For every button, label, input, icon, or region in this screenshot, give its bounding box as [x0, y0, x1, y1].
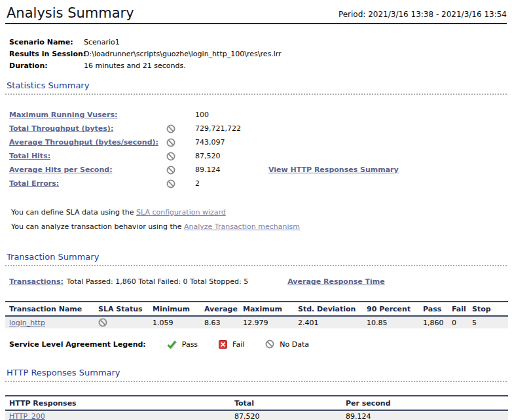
table-row: HTTP_200 87,520 89.124: [5, 410, 508, 420]
col-minimum: Minimum: [149, 302, 200, 316]
avg-throughput-link[interactable]: Average Throughput (bytes/second):: [9, 138, 166, 147]
avg-hits-per-second-value: 89.124: [195, 166, 268, 174]
http-cell-name: HTTP_200: [5, 410, 230, 420]
http-cell-total: 87,520: [230, 410, 342, 420]
results-session-label: Results in Session:: [9, 48, 84, 60]
stat-row-total-hits: Total Hits: 87,520: [9, 149, 512, 163]
total-errors-value: 2: [195, 179, 268, 188]
tx-cell-fail: 0: [448, 316, 468, 328]
no-data-icon: [166, 124, 195, 133]
stat-row-max-vusers: Maximum Running Vusers: 100: [9, 108, 512, 122]
col-total: Total: [230, 396, 342, 410]
legend-no-data-label: No Data: [280, 340, 309, 349]
duration-row: Duration: 16 minutes and 21 seconds.: [9, 60, 512, 72]
analyze-note: You can analyze transaction behavior usi…: [11, 220, 512, 234]
avg-hits-per-second-link[interactable]: Average Hits per Second:: [9, 166, 166, 174]
tx-cell-90-percent: 10.85: [363, 316, 419, 328]
scenario-name-value: Scenario1: [84, 37, 120, 48]
sla-legend-label: Service Level Agreement Legend:: [9, 340, 146, 349]
stat-row-avg-throughput: Average Throughput (bytes/second): 743,0…: [9, 135, 512, 149]
duration-value: 16 minutes and 21 seconds.: [84, 60, 186, 72]
total-throughput-link[interactable]: Total Throughput (bytes):: [9, 124, 166, 133]
no-data-icon: [98, 318, 107, 327]
sla-note-text: You can define SLA data using the: [11, 208, 136, 217]
tx-cell-maximum: 12.979: [239, 316, 294, 328]
legend-fail-label: Fail: [232, 340, 244, 349]
statistics-table: Maximum Running Vusers: 100 Total Throug…: [9, 108, 512, 190]
analyze-note-text: You can analyze transaction behavior usi…: [11, 222, 184, 231]
page-header: Analysis Summary Period: 2021/3/16 13:38…: [5, 0, 507, 24]
scenario-name-label: Scenario Name:: [9, 37, 84, 48]
legend-pass-label: Pass: [182, 340, 198, 349]
max-running-vusers-link[interactable]: Maximum Running Vusers:: [9, 111, 166, 119]
report-period: Period: 2021/3/16 13:38 - 2021/3/16 13:5…: [338, 10, 507, 21]
http-200-link[interactable]: HTTP_200: [9, 412, 45, 420]
duration-label: Duration:: [9, 60, 84, 72]
http-cell-per-second: 89.124: [342, 410, 508, 420]
max-running-vusers-value: 100: [195, 111, 268, 119]
no-data-icon: [166, 152, 195, 161]
http-responses-table: HTTP Responses Total Per second HTTP_200…: [5, 395, 508, 420]
pass-check-icon: [167, 340, 177, 349]
tx-cell-stop: 5: [468, 316, 508, 328]
legend-item-fail: Fail: [219, 340, 244, 349]
scenario-info: Scenario Name: Scenario1 Results in Sess…: [9, 37, 512, 72]
stat-row-total-errors: Total Errors: 2: [9, 177, 512, 190]
total-throughput-value: 729,721,722: [195, 124, 268, 133]
col-sla-status: SLA Status: [94, 302, 149, 316]
results-session-row: Results in Session: D:\loadrunner\script…: [9, 48, 512, 60]
view-http-responses-summary-link[interactable]: View HTTP Responses Summary: [268, 166, 512, 174]
transaction-table: Transaction Name SLA Status Minimum Aver…: [5, 301, 508, 328]
transactions-totals-line: Transactions: Total Passed: 1,860 Total …: [9, 277, 512, 286]
tx-cell-std-deviation: 2.401: [294, 316, 363, 328]
col-fail: Fail: [448, 302, 468, 316]
col-pass: Pass: [419, 302, 448, 316]
transactions-link[interactable]: Transactions:: [9, 277, 64, 286]
total-errors-link[interactable]: Total Errors:: [9, 179, 166, 188]
results-session-value: D:\loadrunner\scripts\guozhe\login_http_…: [84, 48, 282, 60]
statistics-summary-heading: Statistics Summary: [5, 80, 507, 95]
transaction-table-header-row: Transaction Name SLA Status Minimum Aver…: [5, 302, 508, 316]
fail-x-icon: [219, 340, 227, 349]
tx-cell-name: login_http: [5, 316, 94, 328]
analyze-transaction-mechanism-link[interactable]: Analyze Transaction mechanism: [184, 222, 300, 231]
col-transaction-name: Transaction Name: [5, 302, 94, 316]
col-stop: Stop: [468, 302, 508, 316]
transactions-totals-text: Total Passed: 1,860 Total Failed: 0 Tota…: [67, 277, 248, 286]
avg-throughput-value: 743,097: [195, 138, 268, 147]
sla-configuration-wizard-link[interactable]: SLA configuration wizard: [136, 208, 226, 217]
stat-row-total-throughput: Total Throughput (bytes): 729,721,722: [9, 122, 512, 135]
no-data-icon: [166, 166, 195, 175]
col-maximum: Maximum: [239, 302, 294, 316]
no-data-icon: [166, 138, 195, 147]
http-table-header-row: HTTP Responses Total Per second: [5, 396, 508, 410]
col-90-percent: 90 Percent: [363, 302, 419, 316]
sla-note: You can define SLA data using the SLA co…: [11, 205, 512, 220]
tx-cell-pass: 1,860: [419, 316, 448, 328]
page-title: Analysis Summary: [7, 5, 134, 21]
no-data-icon: [265, 340, 274, 349]
col-http-responses: HTTP Responses: [5, 396, 230, 410]
total-hits-link[interactable]: Total Hits:: [9, 152, 166, 160]
col-average: Average: [200, 302, 239, 316]
tx-cell-minimum: 1.059: [149, 316, 200, 328]
legend-item-pass: Pass: [167, 340, 198, 349]
tx-cell-sla-status: [94, 316, 149, 328]
scenario-name-row: Scenario Name: Scenario1: [9, 37, 512, 48]
sla-legend: Service Level Agreement Legend: Pass Fai…: [9, 340, 512, 349]
average-response-time-link[interactable]: Average Response Time: [287, 277, 385, 286]
sla-notes: You can define SLA data using the SLA co…: [11, 205, 512, 234]
http-responses-summary-heading: HTTP Responses Summary: [5, 368, 507, 382]
transaction-summary-heading: Transaction Summary: [5, 252, 507, 266]
total-hits-value: 87,520: [195, 152, 268, 160]
stat-row-avg-hits: Average Hits per Second: 89.124 View HTT…: [9, 163, 512, 177]
no-data-icon: [166, 179, 195, 188]
col-std-deviation: Std. Deviation: [294, 302, 363, 316]
legend-item-no-data: No Data: [265, 340, 309, 349]
table-row: login_http 1.059 8.63 12.979 2.401 10.85…: [5, 316, 508, 328]
tx-cell-average: 8.63: [200, 316, 239, 328]
col-per-second: Per second: [342, 396, 508, 410]
login-http-link[interactable]: login_http: [9, 319, 45, 327]
